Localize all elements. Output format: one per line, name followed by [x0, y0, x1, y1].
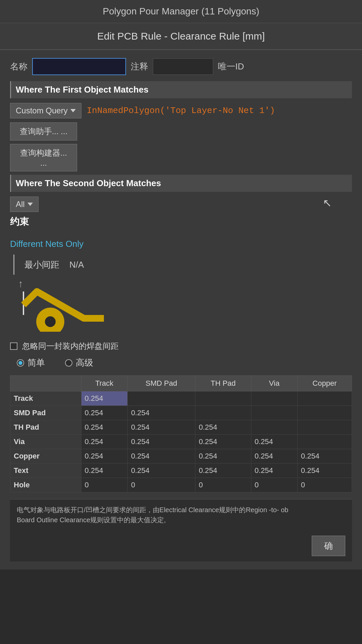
- table-row: Hole 0 0 0 0 0: [10, 478, 352, 492]
- name-input[interactable]: [32, 58, 126, 75]
- table-row: Copper 0.254 0.254 0.254 0.254 0.254: [10, 449, 352, 464]
- cell-copper-via[interactable]: 0.254: [251, 449, 297, 464]
- cell-th-via: [251, 420, 297, 435]
- cell-copper-smd[interactable]: 0.254: [127, 449, 195, 464]
- where-second-header: Where The Second Object Matches: [10, 175, 352, 192]
- query-expression: InNamedPolygon('Top Layer-No Net 1'): [87, 103, 352, 118]
- table-row: TH Pad 0.254 0.254 0.254: [10, 420, 352, 435]
- cell-th-copper: [297, 420, 352, 435]
- uniqueid-label: 唯一ID: [218, 61, 244, 72]
- top-bar-title: Polygon Pour Manager (11 Polygons): [103, 6, 259, 16]
- cell-track-via: [251, 391, 297, 406]
- cell-th-smd[interactable]: 0.254: [127, 420, 195, 435]
- row-label-th: TH Pad: [10, 420, 81, 435]
- svg-point-2: [45, 316, 56, 327]
- row-label-smd: SMD Pad: [10, 406, 81, 420]
- footer-note-line2: Board Outline Clearance规则设置中的最大值决定,: [17, 515, 345, 525]
- top-bar: Polygon Pour Manager (11 Polygons): [0, 0, 362, 23]
- cursor-icon: ↖: [323, 197, 332, 209]
- ignore-label: 忽略同一封装内的焊盘间距: [22, 341, 119, 352]
- notes-label: 注释: [131, 61, 148, 72]
- form-row: 名称 注释 唯一ID: [10, 58, 352, 75]
- name-label: 名称: [10, 61, 27, 72]
- footer-note: 电气对象与电路板开口/凹槽之间要求的间距，由Electrical Clearan…: [10, 499, 352, 530]
- track-bend-svg: [17, 278, 117, 332]
- cell-copper-copper[interactable]: 0.254: [297, 449, 352, 464]
- cell-copper-th[interactable]: 0.254: [195, 449, 251, 464]
- query-helper-button[interactable]: 查询助手... ...: [10, 122, 77, 141]
- table-row: Track 0.254: [10, 391, 352, 406]
- row-label-via: Via: [10, 435, 81, 449]
- advanced-radio-item[interactable]: 高级: [65, 357, 93, 369]
- radio-row: 简单 高级: [17, 357, 352, 369]
- cell-smd-copper: [297, 406, 352, 420]
- cell-smd-smd[interactable]: 0.254: [127, 406, 195, 420]
- cell-via-track[interactable]: 0.254: [81, 435, 127, 449]
- cell-via-via[interactable]: 0.254: [251, 435, 297, 449]
- row-label-track: Track: [10, 391, 81, 406]
- dialog-body: 名称 注释 唯一ID Where The First Object Matche…: [0, 50, 362, 570]
- cell-track-copper: [297, 391, 352, 406]
- clearance-visual: ↑: [17, 278, 352, 334]
- dropdown-arrow-icon: [70, 109, 76, 112]
- cell-hole-copper[interactable]: 0: [297, 478, 352, 492]
- constraint-label: 约束: [10, 215, 352, 228]
- cell-hole-via[interactable]: 0: [251, 478, 297, 492]
- simple-radio-item[interactable]: 简单: [17, 357, 45, 369]
- custom-query-dropdown[interactable]: Custom Query: [10, 103, 81, 118]
- cell-th-th[interactable]: 0.254: [195, 420, 251, 435]
- col-header-thpad: TH Pad: [195, 376, 251, 391]
- cell-via-smd[interactable]: 0.254: [127, 435, 195, 449]
- cell-smd-track[interactable]: 0.254: [81, 406, 127, 420]
- table-row: Via 0.254 0.254 0.254 0.254: [10, 435, 352, 449]
- all-dropdown[interactable]: All: [10, 197, 39, 212]
- row-label-text: Text: [10, 464, 81, 478]
- different-nets-label: Different Nets Only: [10, 239, 352, 249]
- ok-button[interactable]: 确: [312, 536, 345, 556]
- col-header-track: Track: [81, 376, 127, 391]
- cell-text-th[interactable]: 0.254: [195, 464, 251, 478]
- min-clearance-label: 最小间距: [24, 259, 59, 271]
- ok-btn-row: 确: [10, 530, 352, 561]
- cell-text-track[interactable]: 0.254: [81, 464, 127, 478]
- constraint-section: Different Nets Only 最小间距 N/A ↑: [10, 232, 352, 496]
- cell-hole-th[interactable]: 0: [195, 478, 251, 492]
- ignore-pad-row: 忽略同一封装内的焊盘间距: [10, 341, 352, 352]
- cell-track-smd: [127, 391, 195, 406]
- col-header-empty: [10, 376, 81, 391]
- table-row: SMD Pad 0.254 0.254: [10, 406, 352, 420]
- cell-copper-track[interactable]: 0.254: [81, 449, 127, 464]
- col-header-copper: Copper: [297, 376, 352, 391]
- clearance-bracket-left: [13, 255, 14, 275]
- cell-text-via[interactable]: 0.254: [251, 464, 297, 478]
- notes-input[interactable]: [153, 58, 213, 75]
- cell-hole-smd[interactable]: 0: [127, 478, 195, 492]
- simple-radio-button[interactable]: [17, 359, 24, 367]
- cell-text-copper[interactable]: 0.254: [297, 464, 352, 478]
- simple-label: 简单: [27, 357, 45, 369]
- cell-via-th[interactable]: 0.254: [195, 435, 251, 449]
- cell-track-track[interactable]: 0.254: [81, 391, 127, 406]
- col-header-smdpad: SMD Pad: [127, 376, 195, 391]
- cell-hole-track[interactable]: 0: [81, 478, 127, 492]
- dialog-title-text: Edit PCB Rule - Clearance Rule [mm]: [97, 31, 265, 42]
- cell-th-track[interactable]: 0.254: [81, 420, 127, 435]
- row-label-copper: Copper: [10, 449, 81, 464]
- where-first-header: Where The First Object Matches: [10, 81, 352, 98]
- cell-track-th: [195, 391, 251, 406]
- all-dropdown-arrow-icon: [27, 203, 33, 206]
- arrow-up-icon: ↑: [18, 278, 23, 289]
- cell-smd-th: [195, 406, 251, 420]
- row-label-hole: Hole: [10, 478, 81, 492]
- advanced-label: 高级: [76, 357, 93, 369]
- clearance-table: Track SMD Pad TH Pad Via Copper Track 0.…: [10, 375, 352, 492]
- query-builder-button[interactable]: 查询构建器... ...: [10, 144, 77, 171]
- first-query-row: Custom Query InNamedPolygon('Top Layer-N…: [10, 103, 352, 118]
- table-row: Text 0.254 0.254 0.254 0.254 0.254: [10, 464, 352, 478]
- col-header-via: Via: [251, 376, 297, 391]
- cell-text-smd[interactable]: 0.254: [127, 464, 195, 478]
- ignore-checkbox[interactable]: [10, 342, 17, 350]
- min-clearance-row: 最小间距 N/A: [10, 255, 352, 275]
- advanced-radio-button[interactable]: [65, 359, 72, 367]
- second-match-row: All ↖: [10, 197, 352, 212]
